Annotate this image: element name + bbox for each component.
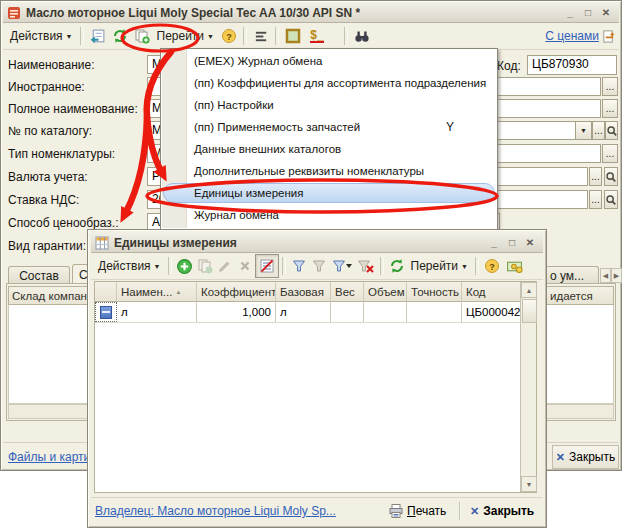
field-label: Способ ценообраз.: <box>8 216 119 230</box>
edit-button[interactable] <box>215 255 235 277</box>
write-object-button[interactable] <box>87 25 109 47</box>
print-button[interactable]: Печать <box>388 500 446 522</box>
row-selector-header[interactable] <box>95 282 117 302</box>
maximize-icon[interactable]: □ <box>503 235 521 250</box>
lookup-button[interactable] <box>605 121 618 140</box>
filter-icon <box>291 258 307 274</box>
units-table-scrollbar[interactable]: ▲ ▼ <box>520 282 536 492</box>
add-copy-button[interactable] <box>195 255 215 277</box>
menu-item-units-highlighted[interactable]: Единицы измерения <box>161 182 497 204</box>
images-button[interactable] <box>282 25 304 47</box>
filter-menu-icon <box>331 258 353 274</box>
close-icon[interactable]: ✕ <box>597 5 615 20</box>
column-header-name[interactable]: Наимен... ▲ <box>117 282 197 302</box>
current-row-icon <box>100 306 112 319</box>
help-button[interactable]: ? <box>482 255 502 277</box>
prices-button[interactable]: $_ <box>304 25 330 47</box>
column-header-coefficient[interactable]: Коэффициент <box>197 282 276 302</box>
scroll-up-button[interactable]: ▲ <box>521 282 537 298</box>
structure-button[interactable] <box>250 25 272 47</box>
main-toolbar: Действия ▼ Перейти ▼ ? $_ <box>3 23 619 50</box>
close-icon[interactable]: ✕ <box>521 235 539 250</box>
maximize-icon[interactable]: □ <box>579 5 597 20</box>
toolbar-separator <box>275 27 279 45</box>
owner-link[interactable]: Владелец: Масло моторное Liqui Moly Sp..… <box>95 504 336 518</box>
with-prices-link[interactable]: С ценами <box>545 29 599 43</box>
reread-button[interactable] <box>109 25 131 47</box>
toolbar-separator <box>380 257 384 275</box>
units-titlebar[interactable]: Единицы измерения _ □ ✕ <box>91 233 543 253</box>
column-header-precision[interactable]: Точность <box>407 282 462 302</box>
files-and-pictures-link[interactable]: Файлы и карти <box>8 450 88 464</box>
goto-button[interactable]: Перейти ▼ <box>153 25 219 47</box>
tab-scroll-left[interactable]: ◀ <box>600 268 611 283</box>
dropdown-button[interactable]: ▼ <box>575 121 592 140</box>
actions-button[interactable]: Действия ▼ <box>94 255 165 277</box>
tab-scroll-right[interactable]: ▶ <box>611 268 622 283</box>
table-row[interactable]: л 1,000 л ЦБ000042 <box>95 302 520 323</box>
menu-item[interactable]: (пп) Коэффициенты для ассортимента подра… <box>161 72 497 94</box>
cell-weight <box>331 302 364 322</box>
add-button[interactable] <box>175 255 195 277</box>
item-form-titlebar[interactable]: Масло моторное Liqui Moly Special Tec AA… <box>3 3 619 23</box>
column-header-code[interactable]: Код <box>462 282 520 302</box>
set-filter-button[interactable] <box>289 255 309 277</box>
copy-button[interactable] <box>131 25 153 47</box>
cell-volume <box>364 302 407 322</box>
svg-text:?: ? <box>226 32 232 42</box>
minimize-icon[interactable]: _ <box>485 235 503 250</box>
lookup-button[interactable] <box>604 167 618 186</box>
report-page-icon <box>601 29 616 44</box>
tab-right-partial[interactable]: о ум... <box>541 266 599 284</box>
footer-separator <box>91 497 543 498</box>
cell-code: ЦБ000042 <box>462 302 520 322</box>
toolbar-separator <box>475 257 479 275</box>
menu-item[interactable]: (EMEX) Журнал обмена <box>161 50 497 72</box>
field-label: Ставка НДС: <box>8 193 79 207</box>
ellipsis-button[interactable]: ... <box>602 144 618 163</box>
ellipsis-button[interactable]: ... <box>592 121 605 140</box>
code-label: Код: <box>497 59 521 73</box>
picture-frame-icon <box>285 28 301 44</box>
cell-coefficient: 1,000 <box>197 302 276 322</box>
goto-button[interactable]: Перейти ▼ <box>407 255 473 277</box>
chevron-down-icon: ▼ <box>461 263 468 270</box>
ellipsis-button[interactable]: ... <box>602 99 618 118</box>
menu-item[interactable]: (пп) Настройки <box>161 94 497 116</box>
ellipsis-button[interactable]: ... <box>589 190 602 209</box>
column-header-base[interactable]: Базовая <box>276 282 331 302</box>
code-field[interactable]: ЦБ870930 <box>527 55 617 75</box>
window-title: Масло моторное Liqui Moly Special Tec AA… <box>26 6 360 20</box>
copy-icon <box>197 258 213 274</box>
menu-item[interactable]: Журнал обмена <box>161 204 497 226</box>
refresh-icon <box>389 258 405 274</box>
help-button[interactable]: ? <box>218 25 240 47</box>
close-form-button[interactable]: ✕ Закрыть <box>552 445 619 469</box>
scroll-down-button[interactable]: ▼ <box>521 476 537 492</box>
column-header-weight[interactable]: Вес <box>331 282 364 302</box>
clear-filter-button[interactable] <box>355 255 377 277</box>
minimize-icon[interactable]: _ <box>561 5 579 20</box>
actions-button[interactable]: Действия ▼ <box>6 25 77 47</box>
menu-item[interactable]: Дополнительные реквизиты номенклатуры <box>161 160 497 182</box>
delete-button[interactable] <box>235 255 255 277</box>
filter-settings-button[interactable] <box>329 255 355 277</box>
ellipsis-button[interactable]: ... <box>602 77 618 96</box>
chevron-down-icon: ▼ <box>154 263 161 270</box>
menu-item[interactable]: Данные внешних каталогов <box>161 138 497 160</box>
tab-sostav[interactable]: Состав <box>8 266 70 284</box>
scroll-thumb[interactable] <box>522 299 537 323</box>
prices-button[interactable] <box>502 255 526 277</box>
magnifier-icon <box>606 125 618 137</box>
column-header-volume[interactable]: Объем <box>364 282 407 302</box>
filter-by-value-button[interactable] <box>309 255 329 277</box>
close-units-button[interactable]: ✕ Закрыть <box>470 500 534 522</box>
ellipsis-button[interactable]: ... <box>589 167 602 186</box>
search-button[interactable] <box>351 25 373 47</box>
refresh-icon <box>112 28 128 44</box>
lookup-button[interactable] <box>604 190 618 209</box>
row-selector-cell[interactable] <box>95 302 117 322</box>
show-deleted-toggle[interactable] <box>255 254 279 278</box>
files-link-wrap: Файлы и карти <box>8 447 88 465</box>
refresh-button[interactable] <box>387 255 407 277</box>
